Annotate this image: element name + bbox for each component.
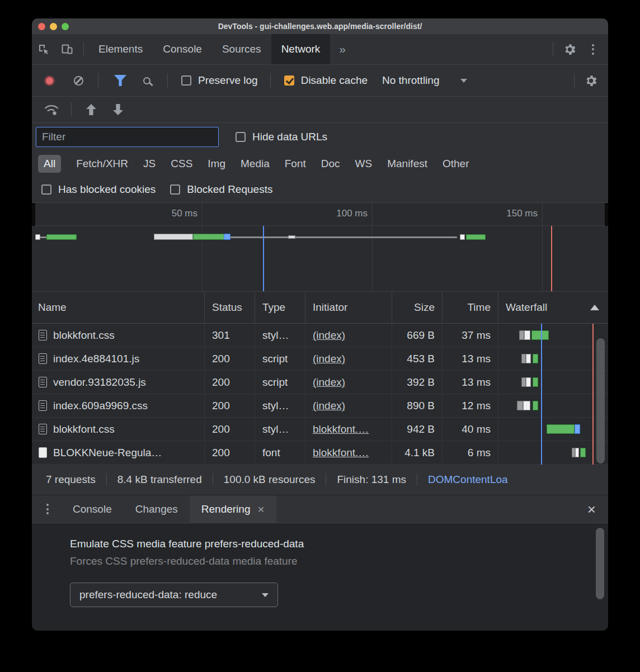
more-options-button[interactable] xyxy=(581,37,605,61)
sort-ascending-icon xyxy=(590,305,599,310)
blocked-filters-row: Has blocked cookies Blocked Requests xyxy=(32,177,608,202)
request-status: 200 xyxy=(204,418,255,441)
table-row[interactable]: index.609a9969.css 200 styl… (index) 890… xyxy=(32,394,608,418)
vertical-scrollbar[interactable] xyxy=(596,528,604,599)
column-header-status[interactable]: Status xyxy=(204,292,255,323)
column-header-time[interactable]: Time xyxy=(442,292,498,323)
finish-time: Finish: 131 ms xyxy=(326,474,417,486)
chip-fetch-xhr[interactable]: Fetch/XHR xyxy=(76,158,128,170)
table-row[interactable]: blokkfont.css 301 styl… (index) 669 B 37… xyxy=(32,324,608,347)
column-header-size[interactable]: Size xyxy=(392,292,442,323)
more-tabs-button[interactable]: » xyxy=(330,42,355,56)
window-title: DevTools - gui-challenges.web.app/media-… xyxy=(218,22,422,31)
resources-size: 100.0 kB resources xyxy=(213,474,326,486)
initiator-link[interactable]: (index) xyxy=(313,376,345,389)
drawer-tab-changes[interactable]: Changes xyxy=(124,495,190,523)
load-marker-line xyxy=(551,226,552,291)
network-settings-button[interactable] xyxy=(579,69,603,92)
minimize-window-button[interactable] xyxy=(50,23,57,30)
chip-manifest[interactable]: Manifest xyxy=(387,158,427,170)
zoom-window-button[interactable] xyxy=(62,23,69,30)
waterfall-cell xyxy=(498,347,608,370)
filter-toggle-icon[interactable] xyxy=(114,75,126,86)
initiator-link[interactable]: (index) xyxy=(313,400,345,412)
import-har-button[interactable] xyxy=(79,98,103,121)
column-header-waterfall[interactable]: Waterfall xyxy=(498,292,608,323)
chip-img[interactable]: Img xyxy=(208,158,225,170)
blocked-requests-checkbox[interactable] xyxy=(170,184,180,195)
close-tab-icon[interactable]: × xyxy=(257,503,264,515)
network-conditions-button[interactable] xyxy=(40,98,63,121)
main-tab-bar: Elements Console Sources Network » xyxy=(32,34,608,65)
waterfall-cell xyxy=(498,324,608,347)
divider xyxy=(71,102,72,117)
chip-all[interactable]: All xyxy=(38,155,61,173)
search-icon[interactable] xyxy=(143,77,150,84)
gear-icon xyxy=(563,42,577,56)
drawer-tab-rendering[interactable]: Rendering × xyxy=(190,495,276,523)
record-button[interactable] xyxy=(44,75,55,86)
request-time: 13 ms xyxy=(442,371,498,394)
preserve-log-checkbox[interactable] xyxy=(181,75,191,86)
device-toolbar-button[interactable] xyxy=(55,37,79,61)
column-header-name[interactable]: Name xyxy=(32,292,204,323)
chip-other[interactable]: Other xyxy=(443,158,469,170)
request-size: 942 B xyxy=(392,418,442,441)
chip-media[interactable]: Media xyxy=(241,158,270,170)
column-header-initiator[interactable]: Initiator xyxy=(305,292,392,323)
network-overview[interactable]: 50 ms 100 ms 150 ms xyxy=(32,202,608,292)
file-icon xyxy=(39,353,47,364)
request-name: vendor.93182035.js xyxy=(53,376,146,389)
request-status: 301 xyxy=(204,324,255,347)
tab-sources[interactable]: Sources xyxy=(212,34,271,64)
vertical-scrollbar[interactable] xyxy=(596,338,605,463)
request-name: index.4e884101.js xyxy=(53,353,139,365)
export-har-button[interactable] xyxy=(106,98,130,121)
request-size: 392 B xyxy=(392,371,442,394)
chip-ws[interactable]: WS xyxy=(355,158,373,170)
initiator-link[interactable]: blokkfont.… xyxy=(313,423,369,436)
column-header-type[interactable]: Type xyxy=(255,292,305,323)
drawer-tab-console[interactable]: Console xyxy=(61,495,124,523)
table-row[interactable]: vendor.93182035.js 200 script (index) 39… xyxy=(32,371,608,394)
has-blocked-cookies-checkbox[interactable] xyxy=(41,184,51,195)
requests-table-body: blokkfont.css 301 styl… (index) 669 B 37… xyxy=(32,324,608,465)
chip-font[interactable]: Font xyxy=(285,158,306,170)
file-icon xyxy=(39,400,47,411)
throttling-select[interactable]: No throttling xyxy=(382,74,439,87)
chevron-down-icon[interactable] xyxy=(460,79,467,83)
close-window-button[interactable] xyxy=(38,23,45,30)
tab-console[interactable]: Console xyxy=(153,34,212,64)
table-row[interactable]: index.4e884101.js 200 script (index) 453… xyxy=(32,347,608,371)
hide-data-urls-checkbox[interactable] xyxy=(236,132,246,142)
settings-button[interactable] xyxy=(558,37,581,61)
close-drawer-button[interactable]: × xyxy=(587,502,596,517)
table-row[interactable]: blokkfont.css 200 styl… blokkfont.… 942 … xyxy=(32,418,608,441)
tab-elements[interactable]: Elements xyxy=(88,34,153,64)
disable-cache-checkbox[interactable] xyxy=(284,75,294,86)
request-type: styl… xyxy=(255,394,305,417)
request-time: 6 ms xyxy=(442,441,498,464)
chip-doc[interactable]: Doc xyxy=(321,158,340,170)
initiator-link[interactable]: blokkfont.… xyxy=(313,447,369,459)
overview-right-handle[interactable] xyxy=(605,203,608,226)
filter-row: Hide data URLs xyxy=(32,123,608,151)
tick-label: 50 ms xyxy=(153,208,197,219)
tab-network[interactable]: Network xyxy=(271,34,331,64)
chip-css[interactable]: CSS xyxy=(171,158,192,170)
inspect-element-button[interactable] xyxy=(32,37,55,61)
drawer-menu-button[interactable] xyxy=(46,504,49,514)
initiator-link[interactable]: (index) xyxy=(313,353,345,365)
table-row[interactable]: BLOKKNeue-Regula… 200 font blokkfont.… 4… xyxy=(32,441,608,465)
request-time: 12 ms xyxy=(442,394,498,417)
prefers-reduced-data-select[interactable]: prefers-reduced-data: reduce xyxy=(70,583,278,607)
clear-button[interactable] xyxy=(74,76,83,86)
request-status: 200 xyxy=(204,347,255,370)
filter-input[interactable] xyxy=(36,127,219,147)
chip-js[interactable]: JS xyxy=(143,158,156,170)
initiator-link[interactable]: (index) xyxy=(313,329,345,342)
setting-description: Forces CSS prefers-reduced-data media fe… xyxy=(70,555,608,567)
overview-left-handle[interactable] xyxy=(32,203,35,226)
ruler-line xyxy=(32,225,608,226)
title-bar: DevTools - gui-challenges.web.app/media-… xyxy=(32,18,608,34)
